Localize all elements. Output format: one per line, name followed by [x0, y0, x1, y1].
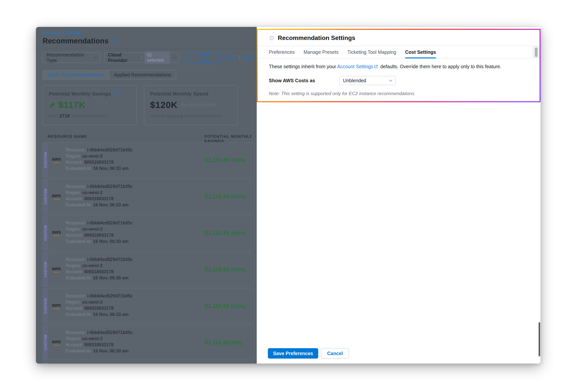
savings-amount: $117K [58, 100, 86, 110]
tab-open-recommendations[interactable]: Open Recommendations [43, 70, 109, 79]
settings-tab-preferences[interactable]: Preferences [269, 46, 295, 58]
custom-badge: CUSTOM [43, 142, 48, 177]
chevron-down-icon [389, 78, 392, 82]
savings-card-subtext: from 2718 recommendations [49, 113, 130, 118]
row-savings: $1,115.49(100%) [205, 230, 246, 236]
inherit-settings-text: These settings inherit from your Account… [269, 64, 528, 69]
row-fields: Resource: i-0bb64ed529d71b05c Region: us… [66, 220, 133, 244]
recommendations-view-tabs: Open Recommendations Applied Recommendat… [43, 70, 176, 80]
account-breadcrumb[interactable]: Account: CCM-NG [43, 30, 81, 36]
save-preferences-button[interactable]: Save Preferences [268, 348, 318, 358]
summary-cards: Potential Monthly Savings ? $117K from 2… [43, 85, 238, 125]
filter-separator [240, 55, 240, 60]
table-row[interactable]: CUSTOM aws Resource: i-0bb64ed529d71b05c… [43, 215, 255, 250]
gear-icon: ⚙ [269, 35, 274, 41]
settings-tab-ticketing-tool-mapping[interactable]: Ticketing Tool Mapping [348, 46, 396, 58]
save-filter-button[interactable]: Save [224, 55, 236, 60]
add-filter-button[interactable]: + Add Filter [183, 52, 220, 63]
table-row[interactable]: CUSTOM aws Resource: i-0bb64ed529d71b05c… [43, 252, 255, 287]
tabs-scrollbar-thumb[interactable] [535, 48, 538, 57]
settings-tabs-bar: PreferencesManage PresetsTicketing Tool … [258, 46, 540, 58]
help-icon[interactable]: ? [114, 91, 120, 97]
aws-costs-selected-value: Unblended [343, 78, 366, 84]
row-savings: $1,115.49(100%) [205, 157, 246, 163]
row-savings: $1,115.49(100%) [205, 303, 246, 309]
row-fields: Resource: i-0bb64ed529d71b05c Region: us… [66, 147, 133, 172]
custom-badge: CUSTOM [43, 252, 48, 287]
row-savings: $1,115.49(100%) [205, 266, 246, 273]
drawer-actions: Save Preferences Cancel [268, 348, 349, 358]
recommendation-type-label: Recommendation Type [46, 52, 91, 63]
spend-amount: $120K [150, 100, 178, 110]
cancel-button[interactable]: Cancel [321, 348, 349, 358]
cloud-provider-count-badge: 01 selected [144, 52, 170, 64]
table-row[interactable]: CUSTOM aws Resource: i-0bb64ed529d71b05c… [43, 142, 255, 178]
savings-card-label: Potential Monthly Savings [49, 91, 111, 97]
row-fields: Resource: i-0bb64ed529d71b05c Region: us… [66, 256, 133, 281]
column-header-savings: POTENTIAL MONTHLY SAVINGS [204, 134, 257, 143]
table-row[interactable]: CUSTOM aws Resource: i-0bb64ed529d71b05c… [43, 179, 255, 214]
aws-costs-label: Show AWS Costs as [269, 78, 339, 84]
external-link-icon [374, 64, 378, 68]
spend-amount-suffix: by end of month [182, 102, 216, 108]
aws-icon: aws [52, 230, 61, 236]
row-fields: Resource: i-0bb64ed529d71b05c Region: us… [66, 183, 133, 208]
custom-badge [43, 362, 48, 364]
aws-icon: aws [52, 193, 61, 200]
leaf-icon [49, 101, 56, 108]
tab-applied-recommendations[interactable]: Applied Recommendations [109, 70, 176, 79]
recommendations-page: Account: CCM-NG Recommendations i Recomm… [36, 27, 257, 364]
settings-tab-cost-settings[interactable]: Cost Settings [405, 46, 436, 58]
potential-monthly-savings-card: Potential Monthly Savings ? $117K from 2… [43, 85, 136, 125]
row-savings: $1,115.49(100%) [205, 193, 246, 200]
chip-separator [142, 55, 142, 60]
row-fields: Resource: i-0bb64ed529d71b05c Region: us… [66, 329, 133, 354]
aws-icon: aws [52, 339, 61, 346]
drawer-title-row: ⚙ Recommendation Settings [258, 30, 540, 42]
custom-badge: CUSTOM [43, 325, 48, 360]
chevron-down-icon [94, 56, 97, 58]
add-filter-label: Add Filter [194, 52, 215, 64]
settings-drawer: ⚙ Recommendation Settings PreferencesMan… [257, 27, 540, 364]
account-settings-link[interactable]: Account Settings [337, 64, 373, 69]
cloud-provider-filter[interactable]: Cloud Provider 01 selected [104, 52, 179, 63]
plus-icon: + [188, 55, 192, 60]
aws-icon: aws [52, 156, 61, 163]
row-savings: $1,114.38(99%) [205, 339, 243, 346]
reset-filter-button[interactable]: Reset [244, 55, 257, 60]
spend-card-label: Potential Monthly Spend [150, 91, 208, 97]
page-title-row: Recommendations i [43, 37, 117, 45]
header-divider [36, 49, 257, 49]
tabs-scrollbar-track[interactable] [533, 46, 540, 58]
chevron-down-icon [172, 56, 176, 58]
recommendation-type-filter[interactable]: Recommendation Type [43, 52, 100, 63]
app-window: Account: CCM-NG Recommendations i Recomm… [36, 27, 540, 364]
drawer-title: Recommendation Settings [278, 34, 355, 42]
drawer-scrollbar-thumb[interactable] [538, 322, 540, 356]
recommendations-table: CUSTOM aws Resource: i-0bb64ed529d71b05c… [43, 142, 255, 364]
info-icon[interactable]: i [112, 38, 117, 44]
filter-bar: Recommendation Type Cloud Provider 01 se… [43, 52, 257, 63]
gradient-highlight-border: ⚙ Recommendation Settings PreferencesMan… [257, 29, 540, 102]
column-header-resource-name: RESOURCE NAME [48, 134, 87, 139]
ec2-note-text: Note: This setting is supported only for… [269, 91, 528, 96]
custom-badge: CUSTOM [43, 216, 48, 250]
spend-card-subtext: without applying recommendations [150, 113, 232, 118]
table-row[interactable]: CUSTOM aws Resource: i-0bb64ed529d71b05c… [43, 288, 255, 324]
aws-costs-select[interactable]: Unblended [339, 76, 396, 85]
aws-icon: aws [52, 266, 61, 273]
potential-monthly-spend-card: Potential Monthly Spend $120K by end of … [144, 85, 238, 125]
page-title: Recommendations [43, 37, 108, 45]
settings-tab-manage-presets[interactable]: Manage Presets [304, 46, 338, 58]
row-fields: Resource: i-0bb64ed529d71b05c Region: us… [66, 293, 133, 318]
table-row-partial [43, 361, 255, 364]
custom-badge: CUSTOM [43, 288, 48, 323]
cloud-provider-label: Cloud Provider [108, 52, 139, 63]
aws-icon: aws [52, 303, 61, 309]
table-row[interactable]: CUSTOM aws Resource: i-0bb64ed529d71b05c… [43, 325, 255, 360]
aws-costs-form-row: Show AWS Costs as Unblended [258, 76, 540, 85]
custom-badge: CUSTOM [43, 179, 48, 214]
